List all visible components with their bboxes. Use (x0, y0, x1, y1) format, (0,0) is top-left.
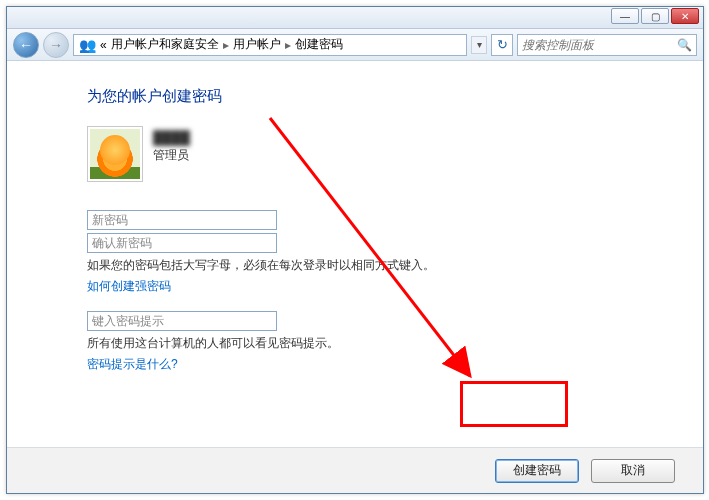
hint-help-link[interactable]: 密码提示是什么? (87, 356, 178, 373)
search-icon: 🔍 (677, 38, 692, 52)
breadcrumb[interactable]: 用户帐户 (233, 36, 281, 53)
page-title: 为您的帐户创建密码 (87, 87, 703, 106)
refresh-button[interactable]: ↻ (491, 34, 513, 56)
crumb-overflow[interactable]: « (100, 38, 107, 52)
content: 为您的帐户创建密码 ████ 管理员 新密码 确认新密码 如果您的密码包括大写字… (7, 61, 703, 447)
chevron-right-icon: ▸ (223, 38, 229, 52)
back-button[interactable]: ← (13, 32, 39, 58)
confirm-password-input[interactable]: 确认新密码 (87, 233, 277, 253)
address-bar[interactable]: 👥 « 用户帐户和家庭安全 ▸ 用户帐户 ▸ 创建密码 (73, 34, 467, 56)
cancel-button[interactable]: 取消 (591, 459, 675, 483)
user-row: ████ 管理员 (87, 126, 703, 182)
chevron-right-icon: ▸ (285, 38, 291, 52)
create-password-button[interactable]: 创建密码 (495, 459, 579, 483)
user-role: 管理员 (153, 147, 190, 164)
search-input[interactable] (522, 38, 677, 52)
password-section: 新密码 确认新密码 如果您的密码包括大写字母，必须在每次登录时以相同方式键入。 … (87, 210, 703, 295)
breadcrumb[interactable]: 用户帐户和家庭安全 (111, 36, 219, 53)
user-name: ████ (153, 130, 190, 145)
minimize-button[interactable]: — (611, 8, 639, 24)
hint-note: 所有使用这台计算机的人都可以看见密码提示。 (87, 335, 703, 352)
caps-note: 如果您的密码包括大写字母，必须在每次登录时以相同方式键入。 (87, 257, 703, 274)
search-box[interactable]: 🔍 (517, 34, 697, 56)
strong-password-link[interactable]: 如何创建强密码 (87, 278, 171, 295)
breadcrumb[interactable]: 创建密码 (295, 36, 343, 53)
footer: 创建密码 取消 (7, 447, 703, 493)
close-button[interactable]: ✕ (671, 8, 699, 24)
user-info: ████ 管理员 (153, 126, 190, 164)
navbar: ← → 👥 « 用户帐户和家庭安全 ▸ 用户帐户 ▸ 创建密码 ▾ ↻ 🔍 (7, 29, 703, 61)
forward-button[interactable]: → (43, 32, 69, 58)
users-panel-icon: 👥 (78, 36, 96, 54)
maximize-button[interactable]: ▢ (641, 8, 669, 24)
window: — ▢ ✕ ← → 👥 « 用户帐户和家庭安全 ▸ 用户帐户 ▸ 创建密码 ▾ … (6, 6, 704, 494)
titlebar: — ▢ ✕ (7, 7, 703, 29)
address-dropdown[interactable]: ▾ (471, 36, 487, 54)
password-hint-input[interactable]: 键入密码提示 (87, 311, 277, 331)
hint-section: 键入密码提示 所有使用这台计算机的人都可以看见密码提示。 密码提示是什么? (87, 311, 703, 373)
new-password-input[interactable]: 新密码 (87, 210, 277, 230)
avatar (87, 126, 143, 182)
